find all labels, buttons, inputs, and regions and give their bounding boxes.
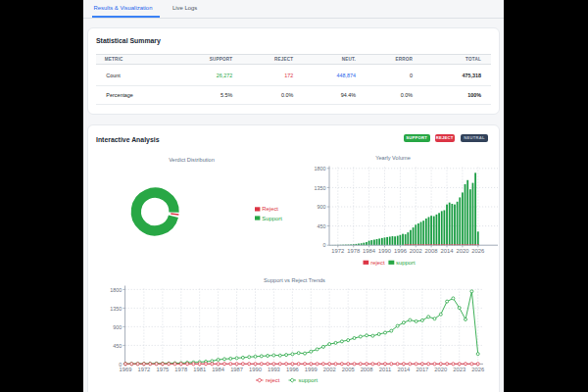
svg-text:support: support <box>299 377 318 383</box>
svg-text:support: support <box>396 260 416 266</box>
svg-text:0: 0 <box>322 242 325 248</box>
svg-text:1981: 1981 <box>193 367 206 372</box>
svg-text:1993: 1993 <box>268 367 280 372</box>
svg-text:1978: 1978 <box>347 248 360 254</box>
svg-text:1972: 1972 <box>331 248 344 254</box>
svg-text:Verdict Distribution: Verdict Distribution <box>169 157 215 163</box>
svg-text:2023: 2023 <box>453 367 466 372</box>
svg-text:1984: 1984 <box>363 248 376 254</box>
svg-text:2026: 2026 <box>471 367 484 372</box>
svg-text:Yearly Volume: Yearly Volume <box>375 155 411 161</box>
svg-text:reject: reject <box>266 377 280 383</box>
svg-text:Reject: Reject <box>262 206 278 212</box>
svg-text:2026: 2026 <box>471 248 484 254</box>
svg-text:1975: 1975 <box>156 367 169 372</box>
svg-text:450: 450 <box>317 223 325 229</box>
svg-text:2002: 2002 <box>323 367 336 372</box>
svg-text:2020: 2020 <box>456 248 469 254</box>
svg-text:2011: 2011 <box>379 367 391 372</box>
svg-text:1800: 1800 <box>110 287 122 293</box>
svg-text:2014: 2014 <box>397 367 411 372</box>
svg-text:1350: 1350 <box>314 185 325 191</box>
svg-text:1996: 1996 <box>394 248 407 254</box>
svg-text:1969: 1969 <box>120 367 132 372</box>
svg-text:900: 900 <box>317 204 325 210</box>
svg-text:1972: 1972 <box>137 367 150 372</box>
svg-text:reject: reject <box>370 260 385 266</box>
svg-text:2014: 2014 <box>440 248 454 254</box>
svg-text:900: 900 <box>113 324 122 330</box>
svg-text:1999: 1999 <box>305 367 318 372</box>
svg-text:1984: 1984 <box>212 367 225 372</box>
svg-text:1978: 1978 <box>174 367 187 372</box>
svg-text:1990: 1990 <box>378 248 392 254</box>
svg-text:Support vs Reject Trends: Support vs Reject Trends <box>264 277 325 283</box>
svg-text:1987: 1987 <box>230 367 243 372</box>
svg-text:1350: 1350 <box>110 306 122 312</box>
svg-text:2017: 2017 <box>416 367 428 372</box>
svg-text:2002: 2002 <box>410 248 422 254</box>
svg-text:2005: 2005 <box>342 367 355 372</box>
svg-text:1996: 1996 <box>286 367 299 372</box>
svg-text:1990: 1990 <box>249 367 262 372</box>
svg-text:2020: 2020 <box>434 367 447 372</box>
svg-text:450: 450 <box>113 343 122 349</box>
svg-text:1800: 1800 <box>314 166 325 172</box>
svg-text:Support: Support <box>262 216 282 221</box>
svg-text:2008: 2008 <box>361 367 373 372</box>
svg-text:2008: 2008 <box>425 248 438 254</box>
